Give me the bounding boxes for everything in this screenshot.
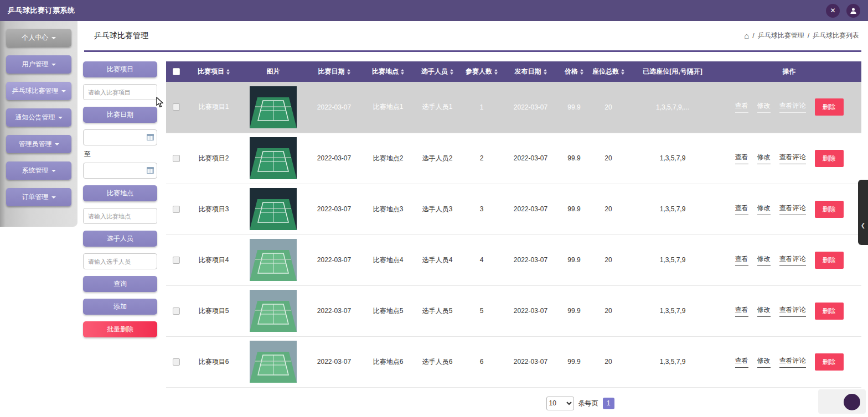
column-header[interactable]: 价格	[560, 61, 588, 82]
column-header[interactable]: 参赛人数	[462, 61, 502, 82]
date-from-input[interactable]	[83, 129, 157, 145]
column-header[interactable]: 比赛项目	[186, 61, 241, 82]
edit-button[interactable]: 修改	[757, 204, 771, 215]
view-button[interactable]: 查看	[735, 356, 748, 368]
delete-button[interactable]: 删除	[815, 353, 844, 371]
row-checkbox[interactable]	[173, 307, 180, 315]
table-area: 比赛项目 图片 比赛日期 比赛地点 选手人员 参赛人数 发布日期 价格 座位总数…	[166, 61, 861, 410]
match-project: 比赛项目5	[199, 307, 229, 315]
view-button[interactable]: 查看	[735, 101, 748, 113]
column-header[interactable]: 已选座位[用,号隔开]	[628, 61, 717, 82]
view-comments-button[interactable]: 查看评论	[779, 153, 806, 164]
filter-project-button[interactable]: 比赛项目	[83, 61, 157, 77]
delete-button[interactable]: 删除	[815, 98, 844, 116]
user-icon[interactable]	[846, 4, 860, 18]
breadcrumb-separator: /	[808, 32, 809, 40]
row-checkbox[interactable]	[173, 155, 180, 162]
column-header[interactable]: 比赛日期	[305, 61, 363, 82]
match-total-seats: 20	[604, 358, 612, 366]
floating-action-button[interactable]	[844, 394, 860, 410]
breadcrumb-separator: /	[752, 32, 754, 40]
match-price: 99.9	[567, 256, 580, 264]
match-date: 2022-03-07	[317, 256, 351, 264]
delete-button[interactable]: 删除	[815, 201, 844, 218]
sidebar-item-5[interactable]: 系统管理	[6, 161, 71, 180]
sidebar-item-2[interactable]: 乒乓球比赛管理	[6, 82, 71, 100]
match-total-seats: 20	[604, 154, 612, 162]
chevron-down-icon	[51, 64, 56, 66]
sidebar-item-3[interactable]: 通知公告管理	[6, 108, 71, 127]
view-button[interactable]: 查看	[735, 153, 748, 164]
select-all-checkbox[interactable]	[173, 68, 180, 75]
match-publish-date: 2022-03-07	[514, 205, 547, 213]
edit-button[interactable]: 修改	[757, 254, 771, 266]
column-header[interactable]: 操作	[717, 61, 861, 82]
batch-delete-button[interactable]: 批量删除	[83, 321, 157, 337]
match-publish-date: 2022-03-07	[514, 103, 547, 111]
sidebar-item-1[interactable]: 用户管理	[6, 55, 71, 74]
filter-location-button[interactable]: 比赛地点	[83, 185, 157, 201]
search-button[interactable]: 查询	[83, 276, 157, 292]
home-icon[interactable]: ⌂	[744, 32, 749, 40]
content-header: 乒乓球比赛管理 ⌂ / 乒乓球比赛管理 / 乒乓球比赛列表	[78, 21, 868, 50]
column-header[interactable]: 比赛地点	[363, 61, 413, 82]
match-players: 选手人员2	[422, 154, 453, 162]
add-button[interactable]: 添加	[83, 299, 157, 315]
view-comments-button[interactable]: 查看评论	[779, 305, 806, 317]
sidebar-item-6[interactable]: 订单管理	[6, 188, 71, 206]
delete-button[interactable]: 删除	[815, 303, 844, 320]
sidebar-item-label: 乒乓球比赛管理	[12, 86, 59, 96]
side-panel-handle[interactable]: ❮	[858, 180, 868, 245]
sidebar-item-4[interactable]: 管理员管理	[6, 135, 71, 153]
sidebar-item-0[interactable]: 个人中心	[6, 29, 71, 47]
players-input[interactable]	[83, 253, 157, 269]
edit-button[interactable]: 修改	[757, 153, 771, 164]
filter-date-button[interactable]: 比赛日期	[83, 107, 157, 123]
match-selected-seats: 1,3,5,7,9	[660, 256, 686, 264]
view-button[interactable]: 查看	[735, 204, 748, 215]
row-checkbox[interactable]	[173, 103, 180, 111]
row-checkbox[interactable]	[173, 257, 180, 264]
view-comments-button[interactable]: 查看评论	[779, 356, 806, 368]
table-row: 比赛项目5 2022-03-07 比赛地点5 选手人员5 5 2022-03-0…	[166, 285, 861, 336]
edit-button[interactable]: 修改	[757, 305, 771, 317]
match-price: 99.9	[567, 103, 580, 111]
project-input[interactable]	[83, 84, 157, 100]
column-header[interactable]: 座位总数	[588, 61, 628, 82]
date-to-input[interactable]	[83, 163, 157, 179]
current-page-badge[interactable]: 1	[603, 398, 614, 409]
breadcrumb-current: 乒乓球比赛列表	[813, 31, 859, 40]
match-participants: 6	[480, 358, 484, 366]
location-input[interactable]	[83, 208, 157, 224]
row-checkbox[interactable]	[173, 206, 180, 213]
match-location: 比赛地点3	[373, 205, 404, 213]
edit-button[interactable]: 修改	[757, 101, 771, 113]
view-button[interactable]: 查看	[735, 254, 748, 266]
delete-button[interactable]: 删除	[815, 150, 844, 167]
row-checkbox[interactable]	[173, 358, 180, 366]
view-comments-button[interactable]: 查看评论	[779, 204, 806, 215]
column-header[interactable]: 发布日期	[502, 61, 560, 82]
view-button[interactable]: 查看	[735, 305, 748, 317]
page-size-select[interactable]: 10	[546, 397, 574, 410]
match-total-seats: 20	[604, 256, 612, 264]
close-icon[interactable]: ✕	[826, 4, 840, 18]
view-comments-button[interactable]: 查看评论	[779, 101, 806, 113]
edit-button[interactable]: 修改	[757, 356, 771, 368]
delete-button[interactable]: 删除	[815, 252, 844, 269]
table-row: 比赛项目3 2022-03-07 比赛地点3 选手人员3 3 2022-03-0…	[166, 184, 861, 234]
column-header[interactable]: 选手人员	[413, 61, 462, 82]
calendar-icon[interactable]	[147, 134, 154, 140]
match-date: 2022-03-07	[317, 154, 351, 162]
filter-players-button[interactable]: 选手人员	[83, 231, 157, 247]
date-from-wrap	[83, 129, 157, 145]
view-comments-button[interactable]: 查看评论	[779, 254, 806, 266]
sort-icon	[347, 69, 350, 75]
match-total-seats: 20	[604, 307, 612, 315]
calendar-icon[interactable]	[147, 167, 154, 174]
breadcrumb-section[interactable]: 乒乓球比赛管理	[758, 31, 804, 40]
chevron-down-icon	[51, 170, 56, 172]
per-page-label: 条每页	[578, 399, 598, 408]
column-header[interactable]: 图片	[241, 61, 305, 82]
row-actions: 查看 修改 查看评论 删除	[718, 303, 860, 320]
